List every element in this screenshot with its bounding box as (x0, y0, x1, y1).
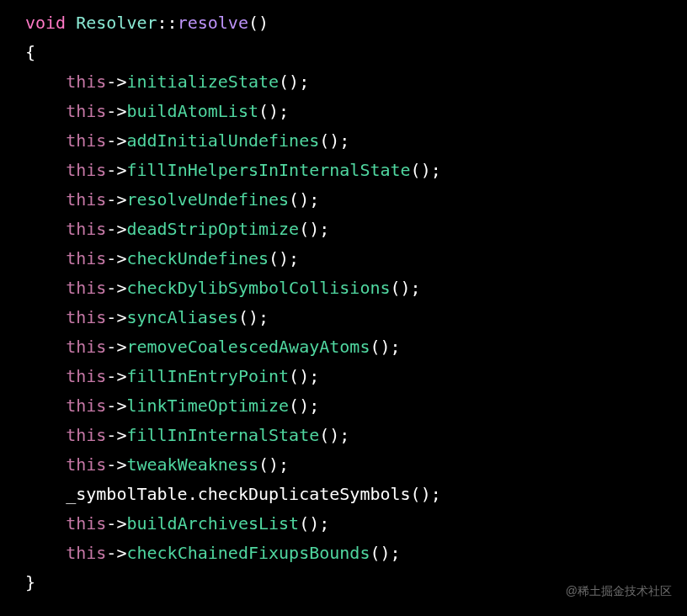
indent (25, 72, 66, 92)
paren-close: ) (279, 248, 289, 268)
paren-close: ) (329, 425, 339, 445)
paren-open: ( (411, 160, 421, 180)
arrow-op: -> (106, 425, 126, 445)
paren-close: ) (380, 337, 390, 357)
paren-open: ( (319, 425, 329, 445)
method-call: tweakWeakness (126, 454, 258, 475)
this-keyword: this (66, 337, 106, 357)
paren-close: ) (421, 160, 431, 180)
paren-close: ) (380, 543, 390, 563)
semicolon: ; (289, 248, 299, 268)
arrow-op: -> (106, 307, 126, 327)
paren-close: ) (329, 130, 339, 151)
method-call: checkChainedFixupsBounds (126, 543, 370, 563)
indent (25, 160, 66, 180)
paren-open: ( (238, 307, 248, 327)
paren-close: ) (269, 101, 279, 121)
paren-close: ) (299, 366, 309, 386)
paren-close: ) (309, 219, 319, 239)
paren-close: ) (289, 72, 299, 92)
method-call: initializeState (126, 72, 279, 92)
arrow-op: -> (106, 160, 126, 180)
this-keyword: this (66, 72, 106, 92)
this-keyword: this (66, 219, 106, 239)
indent (25, 189, 66, 210)
arrow-op: -> (106, 248, 126, 268)
method-call: addInitialUndefines (126, 130, 319, 151)
scope-op: :: (157, 13, 178, 33)
method-call: removeCoalescedAwayAtoms (126, 337, 370, 357)
semicolon: ; (319, 513, 329, 534)
function-name: resolve (178, 13, 248, 33)
this-keyword: this (66, 396, 106, 416)
watermark-text: @稀土掘金技术社区 (566, 581, 672, 602)
semicolon: ; (391, 543, 401, 563)
arrow-op: -> (106, 337, 126, 357)
keyword-void: void (25, 13, 66, 33)
semicolon: ; (339, 130, 349, 151)
semicolon: ; (339, 425, 349, 445)
arrow-op: -> (106, 454, 126, 475)
semicolon: ; (309, 396, 319, 416)
semicolon: ; (309, 366, 319, 386)
indent (25, 396, 66, 416)
method-call: linkTimeOptimize (126, 396, 289, 416)
paren-open: ( (279, 72, 289, 92)
indent (25, 543, 66, 563)
this-keyword: this (66, 130, 106, 151)
arrow-op: -> (106, 278, 126, 298)
paren-close: ) (248, 307, 258, 327)
this-keyword: this (66, 366, 106, 386)
paren-open: ( (258, 454, 269, 475)
paren-open: ( (299, 513, 309, 534)
arrow-op: -> (106, 101, 126, 121)
method-call: resolveUndefines (126, 189, 289, 210)
method-call: fillInHelpersInInternalState (126, 160, 410, 180)
arrow-op: -> (106, 130, 126, 151)
this-keyword: this (66, 307, 106, 327)
code-block: void Resolver::resolve() { this->initial… (25, 8, 687, 597)
semicolon: ; (299, 72, 309, 92)
paren-open: ( (289, 396, 299, 416)
indent (25, 513, 66, 534)
paren-open: ( (248, 13, 258, 33)
paren-open: ( (370, 543, 380, 563)
paren-open: ( (269, 248, 279, 268)
this-keyword: this (66, 278, 106, 298)
member-object: _symbolTable (66, 484, 188, 504)
this-keyword: this (66, 425, 106, 445)
paren-open: ( (299, 219, 309, 239)
indent (25, 454, 66, 475)
paren-open: ( (319, 130, 329, 151)
this-keyword: this (66, 454, 106, 475)
arrow-op: -> (106, 366, 126, 386)
method-call: fillInInternalState (126, 425, 319, 445)
this-keyword: this (66, 189, 106, 210)
arrow-op: -> (106, 189, 126, 210)
method-call: checkUndefines (126, 248, 269, 268)
arrow-op: -> (106, 513, 126, 534)
this-keyword: this (66, 513, 106, 534)
paren-close: ) (401, 278, 411, 298)
indent (25, 248, 66, 268)
paren-open: ( (370, 337, 380, 357)
indent (25, 337, 66, 357)
paren-close: ) (258, 13, 269, 33)
indent (25, 484, 66, 504)
paren-open: ( (411, 484, 421, 504)
paren-open: ( (289, 366, 299, 386)
indent (25, 366, 66, 386)
indent (25, 101, 66, 121)
method-call: buildAtomList (126, 101, 258, 121)
semicolon: ; (431, 160, 441, 180)
this-keyword: this (66, 101, 106, 121)
paren-close: ) (299, 189, 309, 210)
member-method-call: checkDuplicateSymbols (198, 484, 411, 504)
semicolon: ; (431, 484, 441, 504)
paren-open: ( (258, 101, 269, 121)
semicolon: ; (279, 101, 289, 121)
semicolon: ; (279, 454, 289, 475)
indent (25, 219, 66, 239)
semicolon: ; (411, 278, 421, 298)
method-call: deadStripOptimize (126, 219, 299, 239)
